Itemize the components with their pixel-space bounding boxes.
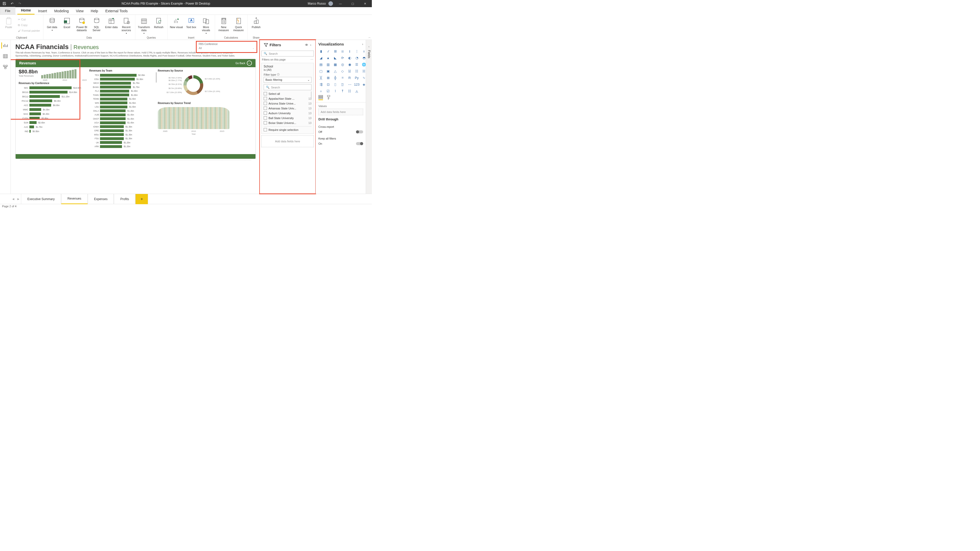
bar-row[interactable]: SUN$2.6bn: [19, 121, 88, 125]
viz-type-icon[interactable]: ⟟: [332, 88, 338, 94]
tab-insert[interactable]: Insert: [35, 7, 51, 14]
scrollbar[interactable]: [156, 72, 157, 83]
bar-row[interactable]: AUB$1.4bn: [89, 113, 156, 117]
bar-row[interactable]: ACC$8.0bn: [19, 103, 88, 107]
add-filter-fields[interactable]: Add data fields here: [261, 135, 314, 147]
viz-type-icon[interactable]: ⊞: [332, 48, 338, 54]
viz-type-icon[interactable]: ⋮: [354, 48, 360, 54]
bar-row[interactable]: PAC12$8.4bn: [19, 98, 88, 103]
require-single-selection[interactable]: Require single selection: [264, 128, 298, 131]
new-measure-button[interactable]: New measure: [217, 16, 231, 32]
info-icon[interactable]: ⓘ: [277, 73, 280, 76]
minimize-button[interactable]: —: [336, 0, 345, 7]
fields-pane-collapsed[interactable]: ‹ Fields: [366, 40, 372, 194]
go-back-button[interactable]: Go Back←: [235, 60, 252, 66]
page-tab-revenues[interactable]: Revenues: [61, 194, 88, 204]
avatar[interactable]: [328, 1, 333, 6]
copy-button[interactable]: ⧉Copy: [17, 22, 41, 28]
viz-type-icon[interactable]: ╬: [332, 75, 338, 81]
chart-trend[interactable]: [158, 107, 229, 129]
chart-by-conference[interactable]: SEC$15.5bnBIG10$14.0bnBIG12$11.2bnPAC12$…: [19, 86, 88, 133]
bar-row[interactable]: IND$0.5bn: [19, 129, 88, 133]
format-painter-button[interactable]: 🖌Format painter: [17, 28, 41, 33]
bar-row[interactable]: WIS$1.5bn: [89, 101, 156, 105]
fields-tab-icon[interactable]: [318, 95, 323, 100]
bar-row[interactable]: BAMA$1.7bn: [89, 85, 156, 89]
viz-type-icon[interactable]: △: [332, 68, 338, 74]
prev-page-button[interactable]: ◀: [11, 198, 16, 200]
enter-data-button[interactable]: Enter data: [105, 16, 118, 29]
viz-type-icon[interactable]: ☷: [354, 68, 360, 74]
bar-row[interactable]: ARK$1.2bn: [89, 144, 156, 148]
cut-button[interactable]: ✂Cut: [17, 17, 41, 22]
filter-value[interactable]: Arizona State Unive...13: [264, 101, 312, 106]
publish-button[interactable]: Publish: [250, 16, 263, 29]
viz-type-icon[interactable]: ⫿: [347, 48, 353, 54]
bar-row[interactable]: SEC$15.5bn: [19, 86, 88, 90]
collapse-ribbon-icon[interactable]: ︿: [368, 35, 371, 39]
text-box-button[interactable]: AText box: [185, 16, 198, 29]
viz-type-icon[interactable]: ▣: [325, 68, 331, 74]
file-tab[interactable]: File: [0, 7, 15, 14]
viz-type-icon[interactable]: ◉: [347, 62, 353, 67]
tab-view[interactable]: View: [72, 7, 87, 14]
viz-type-icon[interactable]: ⫽: [325, 48, 331, 54]
viz-type-icon[interactable]: ☑: [325, 88, 331, 94]
viz-type-icon[interactable]: ☱: [347, 68, 353, 74]
viz-type-icon[interactable]: ◬: [354, 88, 360, 94]
bar-row[interactable]: BIG10$14.0bn: [19, 90, 88, 94]
page-tab-profits[interactable]: Profits: [114, 194, 135, 204]
maximize-button[interactable]: ▢: [348, 0, 358, 7]
viz-type-icon[interactable]: ⌗: [339, 75, 345, 81]
get-data-button[interactable]: Get data▾: [46, 16, 59, 32]
format-tab-icon[interactable]: [326, 95, 331, 100]
values-field-well[interactable]: Add data fields here: [318, 109, 363, 115]
scrollbar[interactable]: [311, 91, 312, 100]
viz-type-icon[interactable]: ▤: [318, 62, 324, 67]
transform-data-button[interactable]: Transform data▾: [137, 16, 151, 35]
bar-row[interactable]: MSU$1.3bn: [89, 133, 156, 137]
tab-help[interactable]: Help: [87, 7, 102, 14]
bar-row[interactable]: MICH$1.7bn: [89, 81, 156, 85]
viz-type-icon[interactable]: ⤒: [339, 88, 345, 94]
more-visuals-button[interactable]: More visuals▾: [199, 16, 213, 35]
filter-values-search[interactable]: 🔍Search: [264, 84, 312, 90]
viz-type-icon[interactable]: ◐: [347, 55, 353, 60]
bar-row[interactable]: ORE$1.3bn: [89, 129, 156, 133]
bar-row[interactable]: TENN$1.5bn: [89, 97, 156, 101]
chart-by-year[interactable]: [40, 69, 88, 78]
bar-row[interactable]: AAC$1.7bn: [19, 125, 88, 129]
slicer-fbs-conference[interactable]: FBS Conference All⌄: [196, 41, 257, 53]
bar-row[interactable]: BIG12$11.2bn: [19, 94, 88, 98]
bar-row[interactable]: OKLA$1.4bn: [89, 109, 156, 113]
save-icon[interactable]: [2, 1, 7, 6]
quick-measure-button[interactable]: Quick measure: [232, 16, 245, 32]
bar-row[interactable]: LSU$1.5bn: [89, 105, 156, 109]
sql-server-button[interactable]: SQL Server: [90, 16, 103, 32]
filter-type-select[interactable]: Basic filtering⌄: [264, 77, 312, 83]
viz-type-icon[interactable]: ◣: [332, 55, 338, 60]
chart-by-team[interactable]: TEX$2.0bnOSU$1.9bnMICH$1.7bnBAMA$1.7bnFL…: [89, 73, 156, 148]
viz-type-icon[interactable]: ╳: [318, 75, 324, 81]
cross-report-toggle[interactable]: [356, 130, 363, 133]
chevron-right-icon[interactable]: ›: [362, 43, 363, 46]
pbi-datasets-button[interactable]: Power BI datasets: [75, 16, 89, 32]
filter-value[interactable]: Ball State University13: [264, 116, 312, 121]
page-tab-expenses[interactable]: Expenses: [88, 194, 114, 204]
viz-type-icon[interactable]: ⇶: [318, 81, 324, 87]
viz-type-icon[interactable]: ◎: [339, 62, 345, 67]
more-icon[interactable]: ⋯: [310, 58, 313, 61]
viz-type-icon[interactable]: ⍰: [339, 81, 345, 87]
tab-modeling[interactable]: Modeling: [51, 7, 72, 14]
slicer-value[interactable]: All⌄: [199, 46, 255, 49]
bar-row[interactable]: UGA$1.4bn: [89, 121, 156, 125]
bar-row[interactable]: TAMU$1.6bn: [89, 93, 156, 97]
bar-row[interactable]: FSU$1.3bn: [89, 137, 156, 141]
bar-row[interactable]: UK$1.2bn: [89, 141, 156, 144]
filter-value[interactable]: Boise State Universi...13: [264, 121, 312, 125]
viz-type-icon[interactable]: ⫼: [339, 48, 345, 54]
recent-sources-button[interactable]: Recent sources▾: [120, 16, 133, 35]
tab-external-tools[interactable]: External Tools: [102, 7, 132, 14]
viz-type-icon[interactable]: Py: [354, 75, 360, 81]
paste-button[interactable]: Paste: [2, 16, 15, 29]
